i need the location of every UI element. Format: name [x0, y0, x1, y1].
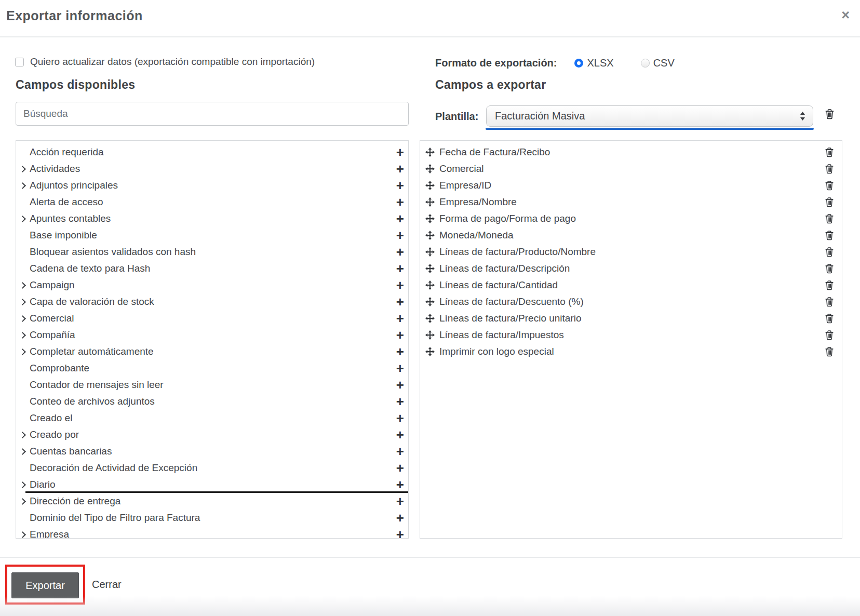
add-field-icon[interactable]: +: [395, 295, 405, 309]
expand-chevron-icon[interactable]: [19, 348, 26, 355]
available-field-row[interactable]: Completar automáticamente+: [16, 343, 408, 360]
available-field-row[interactable]: Capa de valoración de stock+: [16, 293, 408, 310]
move-handle-icon[interactable]: [425, 297, 435, 306]
export-field-row[interactable]: Líneas de factura/Precio unitario: [420, 310, 842, 327]
remove-field-icon[interactable]: [825, 164, 834, 174]
export-field-row[interactable]: Líneas de factura/Producto/Nombre: [420, 244, 842, 260]
move-handle-icon[interactable]: [425, 148, 435, 157]
add-field-icon[interactable]: +: [395, 328, 405, 342]
available-field-row[interactable]: Actividades+: [16, 160, 408, 177]
available-field-row[interactable]: Creado el+: [16, 410, 408, 426]
available-field-row[interactable]: Adjuntos principales+: [16, 177, 408, 194]
export-field-row[interactable]: Empresa/ID: [420, 177, 842, 194]
add-field-icon[interactable]: +: [395, 278, 405, 292]
add-field-icon[interactable]: +: [395, 229, 405, 242]
move-handle-icon[interactable]: [425, 347, 435, 356]
remove-field-icon[interactable]: [825, 247, 834, 257]
update-data-option[interactable]: Quiero actualizar datos (exportación com…: [15, 56, 315, 68]
add-field-icon[interactable]: +: [395, 395, 405, 408]
close-icon[interactable]: ×: [841, 8, 850, 22]
move-handle-icon[interactable]: [425, 330, 435, 340]
search-input[interactable]: [16, 102, 409, 126]
remove-field-icon[interactable]: [825, 214, 834, 224]
available-field-row[interactable]: Bloquear asientos validados con hash+: [16, 244, 408, 260]
move-handle-icon[interactable]: [425, 197, 435, 207]
remove-field-icon[interactable]: [825, 330, 834, 340]
remove-field-icon[interactable]: [825, 231, 834, 240]
available-field-row[interactable]: Campaign+: [16, 277, 408, 293]
available-field-row[interactable]: Apuntes contables+: [16, 210, 408, 227]
add-field-icon[interactable]: +: [395, 511, 405, 525]
add-field-icon[interactable]: +: [395, 262, 405, 275]
export-field-row[interactable]: Líneas de factura/Cantidad: [420, 277, 842, 293]
remove-field-icon[interactable]: [825, 148, 834, 157]
add-field-icon[interactable]: +: [395, 179, 405, 192]
export-field-row[interactable]: Forma de pago/Forma de pago: [420, 210, 842, 227]
add-field-icon[interactable]: +: [395, 445, 405, 458]
expand-chevron-icon[interactable]: [19, 165, 26, 172]
expand-chevron-icon[interactable]: [19, 481, 26, 488]
export-field-row[interactable]: Líneas de factura/Descuento (%): [420, 293, 842, 310]
export-field-row[interactable]: Empresa/Nombre: [420, 194, 842, 210]
remove-field-icon[interactable]: [825, 264, 834, 274]
export-field-row[interactable]: Líneas de factura/Impuestos: [420, 327, 842, 343]
move-handle-icon[interactable]: [425, 247, 435, 257]
export-field-row[interactable]: Fecha de Factura/Recibo: [420, 144, 842, 160]
expand-chevron-icon[interactable]: [19, 431, 26, 438]
available-field-row[interactable]: Decoración de Actividad de Excepción+: [16, 460, 408, 476]
update-data-checkbox[interactable]: [15, 58, 24, 66]
expand-chevron-icon[interactable]: [19, 298, 26, 305]
available-field-row[interactable]: Base imponible+: [16, 227, 408, 244]
add-field-icon[interactable]: +: [395, 528, 405, 539]
add-field-icon[interactable]: +: [395, 345, 405, 358]
delete-template-button[interactable]: [825, 109, 834, 119]
radio-selected-icon[interactable]: [574, 59, 583, 68]
available-field-row[interactable]: Contador de mensajes sin leer+: [16, 377, 408, 393]
export-field-row[interactable]: Imprimir con logo especial: [420, 343, 842, 360]
expand-chevron-icon[interactable]: [19, 331, 26, 339]
move-handle-icon[interactable]: [425, 214, 435, 223]
available-field-row[interactable]: Creado por+: [16, 426, 408, 443]
available-field-row[interactable]: Alerta de acceso+: [16, 194, 408, 210]
expand-chevron-icon[interactable]: [19, 215, 26, 222]
add-field-icon[interactable]: +: [395, 195, 405, 209]
format-option-csv[interactable]: CSV: [641, 57, 675, 69]
move-handle-icon[interactable]: [425, 314, 435, 323]
add-field-icon[interactable]: +: [395, 478, 405, 491]
add-field-icon[interactable]: +: [395, 361, 405, 375]
available-field-row[interactable]: Comercial+: [16, 310, 408, 327]
template-select[interactable]: Facturación Masiva: [486, 105, 813, 127]
available-field-row[interactable]: Acción requerida+: [16, 144, 408, 160]
move-handle-icon[interactable]: [425, 280, 435, 290]
available-field-row[interactable]: Comprobante+: [16, 360, 408, 377]
add-field-icon[interactable]: +: [395, 212, 405, 225]
available-field-row[interactable]: Compañía+: [16, 327, 408, 343]
add-field-icon[interactable]: +: [395, 312, 405, 325]
expand-chevron-icon[interactable]: [19, 498, 26, 505]
add-field-icon[interactable]: +: [395, 145, 405, 159]
add-field-icon[interactable]: +: [395, 378, 405, 392]
add-field-icon[interactable]: +: [395, 245, 405, 259]
available-field-row[interactable]: Cadena de texto para Hash+: [16, 260, 408, 277]
export-field-row[interactable]: Moneda/Moneda: [420, 227, 842, 244]
add-field-icon[interactable]: +: [395, 461, 405, 475]
expand-chevron-icon[interactable]: [19, 282, 26, 289]
available-field-row[interactable]: Empresa+: [16, 526, 408, 539]
remove-field-icon[interactable]: [825, 314, 834, 324]
format-option-xlsx[interactable]: XLSX: [574, 57, 613, 69]
export-field-row[interactable]: Líneas de factura/Descripción: [420, 260, 842, 277]
add-field-icon[interactable]: +: [395, 162, 405, 176]
remove-field-icon[interactable]: [825, 280, 834, 290]
export-field-row[interactable]: Comercial: [420, 160, 842, 177]
add-field-icon[interactable]: +: [395, 411, 405, 425]
remove-field-icon[interactable]: [825, 181, 834, 191]
remove-field-icon[interactable]: [825, 197, 834, 207]
expand-chevron-icon[interactable]: [19, 182, 26, 189]
add-field-icon[interactable]: +: [395, 428, 405, 441]
move-handle-icon[interactable]: [425, 164, 435, 173]
available-field-row[interactable]: Cuentas bancarias+: [16, 443, 408, 460]
move-handle-icon[interactable]: [425, 231, 435, 240]
expand-chevron-icon[interactable]: [19, 315, 26, 322]
available-field-row[interactable]: Diario+: [16, 476, 408, 493]
close-dialog-link[interactable]: Cerrar: [92, 579, 122, 591]
